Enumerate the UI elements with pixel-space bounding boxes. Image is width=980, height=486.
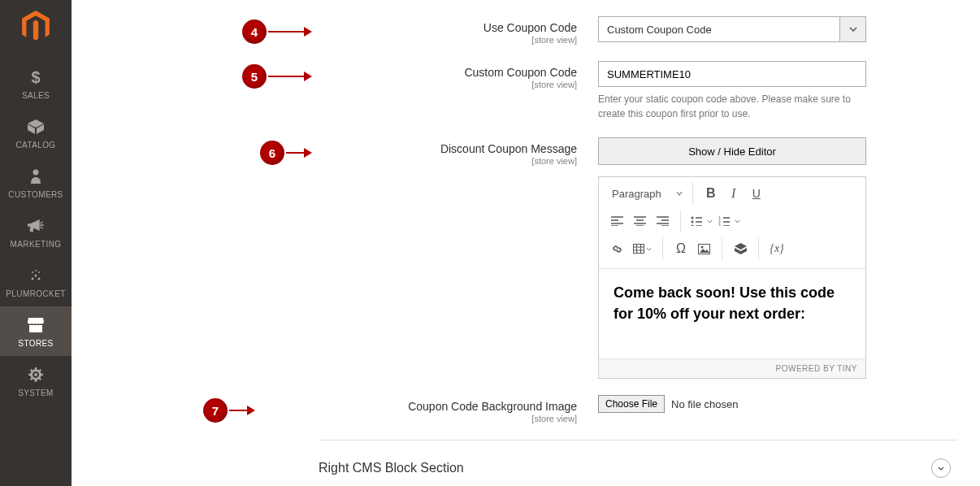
nav-marketing[interactable]: MARKETING (0, 207, 72, 257)
bold-icon[interactable]: B (700, 182, 722, 205)
nav-sales[interactable]: $ SALES (0, 59, 72, 108)
nav-plumrocket[interactable]: PLUMROCKET (0, 257, 72, 306)
nav-stores[interactable]: STORES (0, 306, 72, 356)
svg-point-2 (32, 278, 34, 280)
nav-label: MARKETING (10, 240, 61, 249)
help-text: Enter your static coupon code above. Ple… (598, 92, 866, 121)
select-value[interactable]: Custom Coupon Code (598, 16, 840, 42)
file-status: No file chosen (671, 398, 738, 410)
svg-point-3 (35, 275, 37, 277)
label-custom-code: Custom Coupon Code (464, 66, 577, 79)
svg-point-10 (691, 225, 693, 227)
svg-point-16 (700, 245, 703, 248)
bullet-list-icon[interactable] (687, 210, 715, 232)
nav-label: CUSTOMERS (8, 190, 63, 199)
align-left-icon[interactable] (605, 210, 628, 232)
svg-text:$: $ (31, 69, 41, 85)
editor-content-area[interactable]: Come back soon! Use this code for 10% of… (599, 269, 865, 358)
section-title: Right CMS Block Section (319, 461, 464, 475)
nav-label: STORES (18, 339, 53, 348)
nav-label: CATALOG (15, 141, 55, 150)
annotation-badge-6: 6 (260, 141, 284, 165)
custom-coupon-input[interactable] (598, 61, 866, 87)
svg-text:3: 3 (718, 223, 721, 226)
numbered-list-icon[interactable]: 123 (715, 210, 743, 232)
row-use-coupon: 4 Use Coupon Code [store view] Custom Co… (72, 16, 957, 45)
italic-icon[interactable]: I (722, 182, 745, 205)
align-right-icon[interactable] (651, 210, 674, 232)
variable-icon[interactable]: {x} (765, 237, 788, 260)
label-message: Discount Coupon Message (440, 142, 577, 155)
magento-logo[interactable] (21, 10, 50, 44)
svg-rect-14 (633, 245, 644, 254)
underline-icon[interactable]: U (745, 182, 768, 205)
special-char-icon[interactable]: Ω (670, 237, 692, 260)
align-center-icon[interactable] (628, 210, 651, 232)
collapse-toggle[interactable] (931, 458, 951, 478)
person-icon (30, 167, 41, 185)
chevron-down-icon[interactable] (840, 16, 866, 42)
image-icon[interactable] (692, 237, 715, 260)
svg-point-9 (691, 221, 693, 223)
nav-system[interactable]: SYSTEM (0, 356, 72, 406)
label-bg-image: Coupon Code Background Image (408, 400, 577, 413)
dollar-icon: $ (28, 68, 43, 86)
scope-label: [store view] (267, 414, 577, 423)
config-form: 4 Use Coupon Code [store view] Custom Co… (72, 0, 980, 486)
svg-point-8 (691, 217, 693, 219)
svg-point-4 (38, 278, 41, 280)
row-bg-image: 7 Coupon Code Background Image [store vi… (72, 395, 957, 423)
wysiwyg-editor: Paragraph B I U (598, 176, 866, 379)
scope-label: [store view] (323, 156, 577, 166)
nav-label: PLUMROCKET (6, 289, 65, 298)
svg-point-5 (32, 271, 33, 273)
cube-icon (28, 118, 44, 136)
plumrocket-icon (28, 267, 43, 284)
nav-catalog[interactable]: CATALOG (0, 108, 72, 158)
svg-point-1 (33, 170, 39, 176)
use-coupon-select[interactable]: Custom Coupon Code (598, 16, 866, 42)
store-icon (28, 316, 44, 334)
row-custom-code: 5 Custom Coupon Code [store view] Enter … (72, 61, 957, 121)
admin-sidebar: $ SALES CATALOG CUSTOMERS MARKETING PLUM… (0, 0, 72, 486)
svg-point-6 (38, 271, 40, 273)
annotation-badge-5: 5 (242, 64, 267, 89)
link-icon[interactable] (605, 237, 628, 260)
megaphone-icon (28, 217, 44, 235)
gear-icon (28, 366, 43, 384)
widget-icon[interactable] (729, 237, 752, 260)
table-icon[interactable] (628, 237, 656, 260)
section-right-cms-block[interactable]: Right CMS Block Section (319, 440, 957, 478)
nav-label: SALES (22, 91, 50, 100)
row-message: 6 Discount Coupon Message [store view] S… (72, 137, 957, 379)
choose-file-button[interactable]: Choose File (598, 395, 665, 413)
editor-toolbar: Paragraph B I U (599, 177, 865, 210)
svg-point-7 (35, 270, 37, 271)
annotation-badge-4: 4 (242, 20, 267, 44)
editor-text: Come back soon! Use this code for 10% of… (614, 282, 851, 324)
nav-customers[interactable]: CUSTOMERS (0, 158, 72, 207)
scope-label: [store view] (323, 35, 577, 45)
nav-label: SYSTEM (18, 388, 54, 397)
editor-footer: POWERED BY TINY (599, 358, 865, 378)
paragraph-select[interactable]: Paragraph (605, 182, 686, 205)
annotation-badge-7: 7 (203, 398, 228, 423)
label-use-coupon: Use Coupon Code (483, 21, 577, 34)
scope-label: [store view] (323, 80, 577, 89)
paragraph-label: Paragraph (612, 188, 661, 200)
show-hide-editor-button[interactable]: Show / Hide Editor (598, 137, 866, 165)
